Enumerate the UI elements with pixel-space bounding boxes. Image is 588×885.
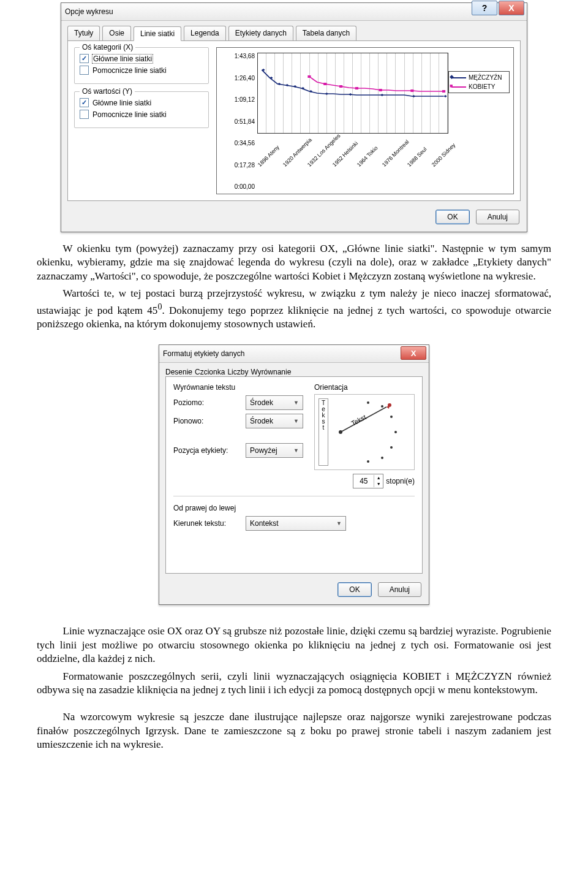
dialog-title: Opcje wykresu <box>65 7 113 16</box>
svg-rect-3 <box>355 87 358 89</box>
ytick: 1:09,12 <box>221 96 255 103</box>
ok-button[interactable]: OK <box>435 210 469 224</box>
tab-datalabels[interactable]: Etykiety danych <box>228 26 293 40</box>
xtick: 1896 Ateny <box>257 144 281 168</box>
tab-axes[interactable]: Osie <box>102 26 131 40</box>
dialog2-title: Formatuj etykiety danych <box>163 349 244 358</box>
ytick: 1:43,68 <box>221 53 255 59</box>
svg-point-10 <box>367 401 369 404</box>
cancel-button[interactable]: Anuluj <box>378 582 421 597</box>
orientation-dial[interactable]: Tekst <box>332 398 410 466</box>
tab-patterns[interactable]: Desenie <box>165 368 192 376</box>
orientation-text-label: Tekst <box>350 413 367 427</box>
svg-point-7 <box>394 431 397 433</box>
svg-rect-4 <box>379 89 382 91</box>
svg-rect-0 <box>307 75 311 78</box>
svg-point-12 <box>381 457 383 459</box>
orientation-vertical-text: T e k s t <box>318 398 328 466</box>
tab-numbers[interactable]: Liczby <box>227 368 248 376</box>
checkbox-y-major[interactable] <box>80 98 89 107</box>
tab-font[interactable]: Czcionka <box>195 368 225 376</box>
spinner-up-icon[interactable]: ▲ <box>374 475 383 481</box>
ytick: 1:26,40 <box>221 75 255 82</box>
xtick: 2000 Sidney <box>431 142 456 168</box>
tab-row: Tytuły Osie Linie siatki Legenda Etykiet… <box>61 21 527 40</box>
label-position: Pozycja etykiety: <box>173 446 241 455</box>
label-y-major: Główne linie siatki <box>92 99 151 107</box>
svg-rect-2 <box>339 85 342 88</box>
paragraph-2: Wartości te, w tej postaci burzą przejrz… <box>37 287 551 331</box>
help-button[interactable]: ? <box>472 1 497 15</box>
spinner-down-icon[interactable]: ▼ <box>374 481 383 487</box>
svg-point-8 <box>390 416 393 418</box>
tab-gridlines[interactable]: Linie siatki <box>134 26 181 41</box>
ytick: 0:00,00 <box>221 183 255 190</box>
ytick: 0:51,84 <box>221 118 255 125</box>
y-ticks: 1:43,68 1:26,40 1:09,12 0:51,84 0:34,56 … <box>221 53 257 190</box>
paragraph-1: W okienku tym (powyżej) zaznaczamy przy … <box>37 242 551 283</box>
dropdown-vertical[interactable]: Środek▼ <box>246 414 303 428</box>
plot-area <box>257 53 448 134</box>
legend-swatch-men <box>451 77 466 78</box>
svg-point-9 <box>381 405 383 408</box>
checkbox-x-minor[interactable] <box>80 66 89 75</box>
legend-men: MĘŻCZYŹN <box>469 74 502 81</box>
category-x-group: Oś kategorii (X) Główne linie siatki Pom… <box>74 47 209 84</box>
dialog2-titlebar: Formatuj etykiety danych X <box>159 345 429 363</box>
section-rtl: Od prawej do lewej <box>173 504 415 512</box>
ytick: 0:17,28 <box>221 162 255 169</box>
help-icon: ? <box>482 3 488 13</box>
paragraph-4: Formatowanie poszczególnych serii, czyli… <box>37 670 551 697</box>
label-vertical: Pionowo: <box>173 417 241 425</box>
close-button[interactable]: X <box>401 346 426 360</box>
label-horizontal: Poziomo: <box>173 398 241 407</box>
checkbox-y-minor[interactable] <box>80 110 89 119</box>
degrees-label: stopni(e) <box>386 477 415 485</box>
svg-rect-6 <box>442 90 445 93</box>
section-text-alignment: Wyrównanie tekstu <box>173 383 303 392</box>
format-labels-dialog: Formatuj etykiety danych X Desenie Czcio… <box>159 344 429 605</box>
paragraph-3: Linie wyznaczające osie OX oraz OY są gr… <box>37 625 551 666</box>
paragraph-5: Na wzorcowym wykresie są jeszcze dane il… <box>37 710 551 751</box>
cancel-button[interactable]: Anuluj <box>476 210 519 224</box>
dialog-titlebar: Opcje wykresu ? X <box>61 3 527 21</box>
label-x-major: Główne linie siatki <box>92 55 153 63</box>
xtick: 1952 Helsinki <box>331 140 359 168</box>
close-button[interactable]: X <box>499 1 524 15</box>
orientation-control[interactable]: T e k s t <box>314 394 415 470</box>
degrees-spinner[interactable]: 45 ▲▼ <box>353 474 383 488</box>
chart-preview: 1:43,68 1:26,40 1:09,12 0:51,84 0:34,56 … <box>216 47 514 194</box>
ytick: 0:34,56 <box>221 140 255 146</box>
tab-datatable[interactable]: Tabela danych <box>296 26 356 40</box>
legend-swatch-women <box>451 86 466 88</box>
close-icon: X <box>411 349 417 358</box>
xtick: 1988 Seul <box>406 146 428 168</box>
chevron-down-icon: ▼ <box>293 447 299 454</box>
xtick: 1964 Tokio <box>356 145 379 168</box>
legend-women: KOBIETY <box>469 83 495 90</box>
tab-legend[interactable]: Legenda <box>184 26 226 40</box>
x-ticks: 1896 Ateny 1920 Antwerpia 1932 Los Angel… <box>257 134 448 169</box>
ok-button[interactable]: OK <box>337 582 371 597</box>
group-y-title: Oś wartości (Y) <box>80 87 135 96</box>
label-y-minor: Pomocnicze linie siatki <box>92 110 167 119</box>
svg-point-13 <box>367 460 369 463</box>
value-y-group: Oś wartości (Y) Główne linie siatki Pomo… <box>74 91 209 128</box>
chevron-down-icon: ▼ <box>336 520 342 526</box>
group-x-title: Oś kategorii (X) <box>80 43 135 51</box>
chevron-down-icon: ▼ <box>293 400 299 406</box>
svg-point-11 <box>390 446 393 449</box>
dropdown-text-direction[interactable]: Kontekst▼ <box>246 516 346 531</box>
svg-rect-1 <box>323 83 326 85</box>
chevron-down-icon: ▼ <box>293 418 299 424</box>
dropdown-position[interactable]: Powyżej▼ <box>246 443 303 458</box>
tab-alignment[interactable]: Wyrównanie <box>251 368 291 376</box>
section-orientation: Orientacja <box>314 383 415 392</box>
svg-point-16 <box>388 403 391 407</box>
close-icon: X <box>508 3 514 13</box>
tab-titles[interactable]: Tytuły <box>67 26 100 40</box>
label-text-direction: Kierunek tekstu: <box>173 519 241 528</box>
dropdown-horizontal[interactable]: Środek▼ <box>246 395 303 410</box>
checkbox-x-major[interactable] <box>80 54 89 63</box>
chart-options-dialog: Opcje wykresu ? X Tytuły Osie Linie siat… <box>61 2 527 232</box>
